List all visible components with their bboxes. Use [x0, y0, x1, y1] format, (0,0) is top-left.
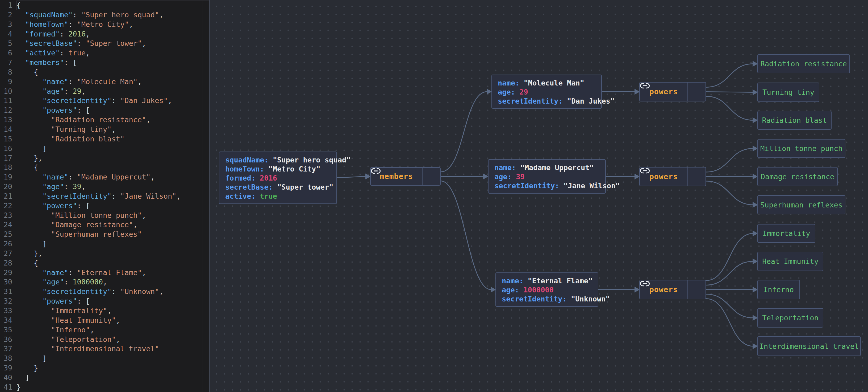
- editor-line-16[interactable]: 16]: [0, 144, 209, 153]
- editor-line-23[interactable]: 23"Million tonne punch",: [0, 211, 209, 220]
- graph-node-powers3[interactable]: powers: [639, 280, 706, 299]
- editor-line-35[interactable]: 35"Inferno",: [0, 325, 209, 335]
- token-p: ,: [103, 278, 107, 286]
- node-key: active:: [225, 192, 255, 200]
- graph-node-mol[interactable]: name: "Molecule Man"age: 29secretIdentit…: [491, 75, 602, 109]
- editor-line-5[interactable]: 5"secretBase": "Super tower",: [0, 38, 209, 48]
- editor-line-11[interactable]: 11"secretIdentity": "Dan Jukes",: [0, 96, 209, 106]
- editor-line-22[interactable]: 22"powers": [: [0, 201, 209, 211]
- graph-node-leaf_im[interactable]: Immortality: [757, 224, 815, 243]
- graph-node-leaf_hi[interactable]: Heat Immunity: [757, 252, 823, 271]
- editor-line-17[interactable]: 17},: [0, 153, 209, 163]
- token-p: ,: [116, 316, 120, 324]
- editor-line-41[interactable]: 41}: [0, 383, 209, 392]
- collapse-link-button[interactable]: [687, 83, 706, 101]
- editor-line-8[interactable]: 8{: [0, 67, 209, 77]
- editor-line-39[interactable]: 39}: [0, 363, 209, 373]
- editor-line-19[interactable]: 19"name": "Madame Uppercut",: [0, 172, 209, 182]
- node-rows: name: "Eternal Flame"age: 1000000secretI…: [496, 273, 598, 304]
- edge-members-mol: [441, 92, 487, 172]
- collapse-link-button[interactable]: [422, 168, 440, 185]
- node-rows: name: "Molecule Man"age: 29secretIdentit…: [492, 75, 601, 106]
- line-code: "squadName": "Super hero squad",: [17, 10, 209, 20]
- json-code-editor[interactable]: 1{2"squadName": "Super hero squad",3"hom…: [0, 0, 209, 392]
- editor-line-28[interactable]: 28{: [0, 258, 209, 268]
- collapse-link-button[interactable]: [687, 280, 706, 299]
- line-number: 12: [0, 106, 12, 115]
- graph-node-leaf_sr[interactable]: Superhuman reflexes: [757, 195, 845, 214]
- editor-line-7[interactable]: 7"members": [: [0, 58, 209, 67]
- graph-node-root[interactable]: squadName: "Super hero squad"homeTown: "…: [219, 151, 337, 204]
- graph-node-madame[interactable]: name: "Madame Uppercut"age: 39secretIden…: [488, 159, 606, 194]
- editor-line-37[interactable]: 37"Interdimensional travel": [0, 344, 209, 354]
- graph-node-powers1[interactable]: powers: [639, 82, 706, 102]
- line-code: ]: [17, 373, 209, 383]
- editor-line-27[interactable]: 27},: [0, 249, 209, 258]
- token-p: :: [72, 11, 82, 19]
- editor-line-1[interactable]: 1{: [0, 1, 209, 10]
- graph-node-leaf_te[interactable]: Teleportation: [757, 308, 823, 328]
- editor-line-40[interactable]: 40]: [0, 373, 209, 383]
- token-s: "Immortality": [51, 307, 107, 315]
- editor-line-29[interactable]: 29"name": "Eternal Flame",: [0, 268, 209, 278]
- editor-line-2[interactable]: 2"squadName": "Super hero squad",: [0, 10, 209, 20]
- graph-node-leaf_dr[interactable]: Damage resistance: [757, 167, 838, 186]
- line-code: "Radiation resistance",: [17, 115, 209, 124]
- editor-line-36[interactable]: 36"Teleportation",: [0, 335, 209, 344]
- editor-line-26[interactable]: 26]: [0, 239, 209, 249]
- token-k: "squadName": [25, 11, 73, 19]
- line-code: "secretBase": "Super tower",: [17, 38, 209, 48]
- line-code: "Inferno",: [17, 325, 209, 335]
- line-number: 28: [0, 258, 12, 268]
- node-key: age:: [502, 286, 519, 294]
- editor-line-21[interactable]: 21"secretIdentity": "Jane Wilson",: [0, 192, 209, 201]
- editor-line-33[interactable]: 33"Immortality",: [0, 306, 209, 315]
- line-number: 25: [0, 229, 12, 239]
- editor-line-31[interactable]: 31"secretIdentity": "Unknown",: [0, 287, 209, 297]
- editor-line-24[interactable]: 24"Damage resistance",: [0, 220, 209, 229]
- graph-node-members[interactable]: members: [370, 167, 441, 186]
- editor-line-9[interactable]: 9"name": "Molecule Man",: [0, 77, 209, 87]
- editor-line-25[interactable]: 25"Superhuman reflexes": [0, 229, 209, 239]
- line-code: "homeTown": "Metro City",: [17, 20, 209, 29]
- graph-node-powers2[interactable]: powers: [639, 167, 706, 186]
- arrowhead-leaf_hi: [752, 259, 758, 264]
- editor-line-38[interactable]: 38]: [0, 354, 209, 363]
- editor-line-34[interactable]: 34"Heat Immunity",: [0, 315, 209, 325]
- editor-line-13[interactable]: 13"Radiation resistance",: [0, 115, 209, 124]
- collapse-link-button[interactable]: [687, 168, 706, 186]
- edge-powers3-leaf_te: [706, 294, 753, 318]
- editor-line-15[interactable]: 15"Radiation blast": [0, 134, 209, 144]
- graph-node-leaf_in[interactable]: Inferno: [757, 280, 800, 299]
- line-code: }: [17, 383, 209, 392]
- graph-node-leaf_it[interactable]: Interdimensional travel: [757, 336, 861, 356]
- editor-line-18[interactable]: 18{: [0, 163, 209, 172]
- graph-canvas[interactable]: squadName: "Super hero squad"homeTown: "…: [210, 0, 868, 392]
- node-row: homeTown: "Metro City": [225, 165, 336, 174]
- node-row: name: "Madame Uppercut": [494, 163, 605, 172]
- line-number: 19: [0, 172, 12, 182]
- editor-line-14[interactable]: 14"Turning tiny",: [0, 124, 209, 134]
- editor-line-3[interactable]: 3"homeTown": "Metro City",: [0, 20, 209, 29]
- editor-line-30[interactable]: 30"age": 1000000,: [0, 277, 209, 287]
- token-s: "Molecule Man": [77, 78, 138, 86]
- editor-line-4[interactable]: 4"formed": 2016,: [0, 29, 209, 39]
- graph-node-leaf_rr[interactable]: Radiation resistance: [757, 54, 850, 73]
- graph-node-leaf_rb[interactable]: Radiation blast: [757, 111, 832, 130]
- graph-node-eternal[interactable]: name: "Eternal Flame"age: 1000000secretI…: [495, 273, 598, 307]
- editor-line-32[interactable]: 32"powers": [: [0, 297, 209, 306]
- token-p: ,: [142, 211, 146, 219]
- token-p: {: [34, 68, 38, 76]
- editor-line-10[interactable]: 10"age": 29,: [0, 87, 209, 96]
- line-number: 40: [0, 373, 12, 383]
- editor-line-20[interactable]: 20"age": 39,: [0, 182, 209, 192]
- editor-line-12[interactable]: 12"powers": [: [0, 106, 209, 115]
- line-code: "name": "Eternal Flame",: [17, 268, 209, 278]
- line-code: {: [17, 163, 209, 172]
- editor-lines: 1{2"squadName": "Super hero squad",3"hom…: [0, 1, 209, 392]
- graph-node-leaf_mtp[interactable]: Million tonne punch: [757, 139, 845, 158]
- token-s: "Radiation resistance": [51, 116, 146, 124]
- token-p: ,: [176, 192, 181, 200]
- graph-node-leaf_tt[interactable]: Turning tiny: [757, 83, 819, 102]
- editor-line-6[interactable]: 6"active": true,: [0, 48, 209, 58]
